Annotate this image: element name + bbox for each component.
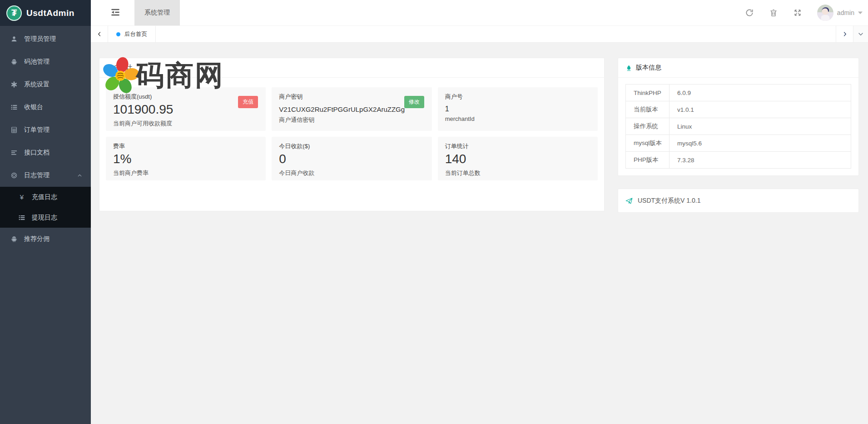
refresh-icon[interactable]: [745, 8, 754, 17]
version-row-label: PHP版本: [626, 152, 670, 169]
version-row-label: 当前版本: [626, 101, 670, 118]
sidebar-item-label: 收银台: [24, 103, 43, 111]
stat-label: 商户密钥: [279, 93, 424, 101]
sidebar-menu: 管理员管理 码池管理 系统设置 收银台: [0, 26, 91, 424]
calculator-icon: [10, 126, 18, 134]
collapse-menu-icon[interactable]: [110, 7, 121, 18]
stat-label: 订单统计: [445, 142, 590, 150]
paper-plane-icon: [625, 197, 633, 205]
tabs-scroll-left-button[interactable]: [91, 26, 108, 42]
recharge-button[interactable]: 充值: [238, 96, 258, 108]
sidebar-item-api-docs[interactable]: 接口文档: [0, 141, 91, 164]
caret-down-icon: [858, 10, 863, 15]
tabs-dropdown-button[interactable]: [853, 26, 868, 42]
sphere-icon: [10, 171, 18, 180]
tabbar-spacer: [156, 26, 836, 42]
sidebar-item-label: 接口文档: [24, 149, 50, 157]
version-row-label: mysql版本: [626, 135, 670, 152]
sidebar-item-admin-management[interactable]: 管理员管理: [0, 28, 91, 50]
version-row-value: 7.3.28: [670, 152, 851, 169]
sidebar-item-withdraw-log[interactable]: 提现日志: [0, 207, 91, 228]
version-panel-title: 版本信息: [636, 64, 661, 72]
version-info-card: 版本信息 ThinkPHP 6.0.9 当前版本 v1: [618, 58, 859, 176]
user-menu[interactable]: admin: [817, 5, 863, 21]
stat-value: 140: [445, 151, 590, 167]
trash-icon[interactable]: [769, 8, 778, 17]
stat-value: 101900.95: [113, 102, 258, 117]
flame-icon: [625, 65, 632, 71]
modify-button[interactable]: 修改: [404, 96, 424, 108]
stat-desc: 当前订单总数: [445, 169, 590, 177]
main-area: 系统管理 admin: [91, 0, 868, 424]
tab-label: 后台首页: [124, 30, 147, 38]
right-column: 版本信息 ThinkPHP 6.0.9 当前版本 v1: [618, 58, 859, 213]
tab-dashboard-home[interactable]: 后台首页: [108, 26, 156, 42]
gear-icon: [10, 80, 18, 89]
sidebar-item-label: 系统设置: [24, 80, 50, 89]
header-actions: admin: [745, 0, 868, 25]
stat-desc: 当前商户可用收款额度: [113, 120, 258, 128]
version-row-value: Linux: [670, 118, 851, 135]
stat-desc: 当前商户费率: [113, 169, 258, 177]
android-icon: [10, 235, 18, 243]
system-version-text: USDT支付系统V 1.0.1: [638, 197, 700, 205]
system-info-bar: USDT支付系统V 1.0.1: [618, 189, 859, 213]
stat-value: 1%: [113, 151, 258, 167]
sidebar-item-code-pool[interactable]: 码池管理: [0, 50, 91, 73]
stat-box-today-income: 今日收款($) 0 今日商户收款: [272, 137, 432, 180]
stat-label: 费率: [113, 142, 258, 150]
sidebar-item-label: 推荐分佣: [24, 235, 50, 243]
version-row-value: 6.0.9: [670, 85, 851, 101]
version-row-label: ThinkPHP: [626, 85, 670, 101]
sidebar-item-label: 提现日志: [32, 214, 57, 222]
app-root: ₮ UsdtAdmin 管理员管理 码池管理 系统设置: [0, 0, 868, 424]
sidebar-item-recharge-log[interactable]: ¥ 充值日志: [0, 187, 91, 207]
sidebar-item-label: 日志管理: [24, 171, 50, 180]
version-table: ThinkPHP 6.0.9 当前版本 v1.0.1 操作系统 Linux: [625, 84, 851, 169]
sidebar-item-cashier[interactable]: 收银台: [0, 96, 91, 119]
table-row: 当前版本 v1.0.1: [626, 101, 851, 118]
stat-label: 授信额度(usdt): [113, 93, 258, 101]
page-content: 码商网 商户统计 授信额度(usdt) 101900.95 当前商户可用收款额度…: [91, 43, 868, 424]
app-logo[interactable]: ₮ UsdtAdmin: [0, 0, 91, 26]
stat-desc: 今日商户收款: [279, 169, 424, 177]
list-icon: [10, 103, 18, 111]
list-icon: [18, 214, 26, 222]
log-submenu: ¥ 充值日志 提现日志: [0, 187, 91, 228]
tabs-scroll-right-button[interactable]: [836, 26, 853, 42]
stat-label: 今日收款($): [279, 142, 424, 150]
version-row-label: 操作系统: [626, 118, 670, 135]
android-icon: [10, 58, 18, 66]
stat-box-credit: 授信额度(usdt) 101900.95 当前商户可用收款额度 充值: [106, 87, 266, 131]
stat-desc: merchantId: [445, 115, 590, 122]
sidebar-item-label: 订单管理: [24, 126, 50, 134]
stat-desc: 商户通信密钥: [279, 116, 424, 124]
username-label: admin: [837, 9, 854, 16]
stats-grid: 授信额度(usdt) 101900.95 当前商户可用收款额度 充值 商户密钥 …: [99, 78, 604, 180]
stat-value: V21CUXG2Ru2FtPGGrULpGX2AruZZGg: [279, 105, 424, 114]
table-row: PHP版本 7.3.28: [626, 152, 851, 169]
stat-box-merchant-id: 商户号 1 merchantId: [438, 87, 598, 131]
sidebar-item-log-management[interactable]: 日志管理: [0, 164, 91, 187]
stat-label: 商户号: [445, 93, 590, 101]
active-tab-dot-icon: [116, 32, 120, 36]
sidebar-item-system-settings[interactable]: 系统设置: [0, 73, 91, 96]
stat-box-order-count: 订单统计 140 当前订单总数: [438, 137, 598, 180]
sidebar-item-order-management[interactable]: 订单管理: [0, 119, 91, 141]
fullscreen-icon[interactable]: [793, 8, 802, 17]
page-tab-bar: 后台首页: [91, 26, 868, 43]
sidebar: ₮ UsdtAdmin 管理员管理 码池管理 系统设置: [0, 0, 91, 424]
table-row: ThinkPHP 6.0.9: [626, 85, 851, 101]
tab-system-management[interactable]: 系统管理: [134, 0, 180, 25]
table-row: mysql版本 mysql5.6: [626, 135, 851, 152]
sidebar-item-referral-commission[interactable]: 推荐分佣: [0, 228, 91, 250]
sidebar-item-label: 充值日志: [32, 193, 57, 201]
yen-icon: ¥: [18, 193, 26, 201]
version-row-value: v1.0.1: [670, 101, 851, 118]
stat-value: 0: [279, 151, 424, 167]
align-left-icon: [10, 149, 18, 157]
version-table-wrap: ThinkPHP 6.0.9 当前版本 v1.0.1 操作系统 Linux: [618, 78, 858, 175]
merchant-stats-card: 码商网 商户统计 授信额度(usdt) 101900.95 当前商户可用收款额度…: [99, 58, 605, 211]
stat-box-fee-rate: 费率 1% 当前商户费率: [106, 137, 266, 180]
top-header: 系统管理 admin: [91, 0, 868, 26]
